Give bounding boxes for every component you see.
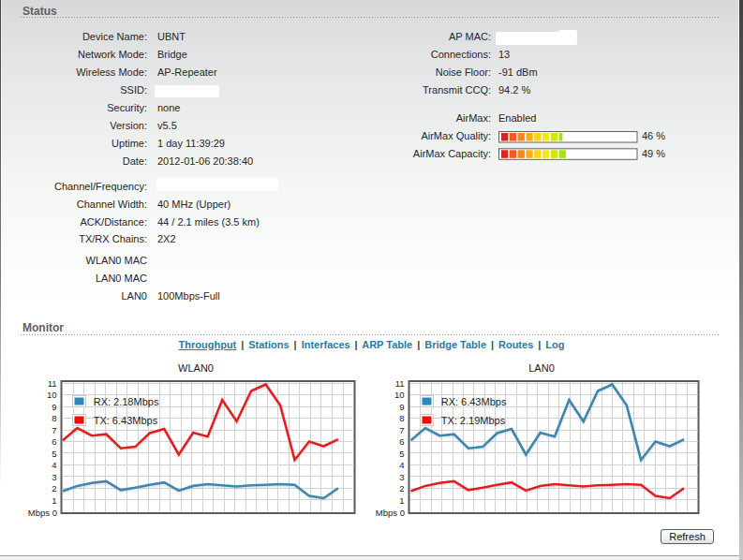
svg-text:TX: 6.43Mbps: TX: 6.43Mbps bbox=[94, 415, 158, 426]
svg-text:3: 3 bbox=[52, 472, 56, 482]
svg-text:2: 2 bbox=[52, 483, 56, 494]
svg-text:7: 7 bbox=[52, 425, 56, 435]
svg-text:WLAN0: WLAN0 bbox=[178, 362, 214, 374]
svg-text:7: 7 bbox=[399, 425, 404, 435]
svg-text:TX: 2.19Mbps: TX: 2.19Mbps bbox=[441, 415, 506, 426]
svg-text:10: 10 bbox=[47, 390, 57, 400]
svg-text:1: 1 bbox=[399, 495, 404, 506]
svg-text:11: 11 bbox=[395, 378, 405, 389]
svg-text:RX: 6.43Mbps: RX: 6.43Mbps bbox=[441, 396, 507, 407]
svg-text:5: 5 bbox=[399, 449, 404, 459]
svg-text:Mbps 0: Mbps 0 bbox=[28, 508, 57, 518]
svg-text:8: 8 bbox=[52, 413, 56, 423]
svg-text:RX: 2.18Mbps: RX: 2.18Mbps bbox=[94, 396, 159, 407]
svg-text:1: 1 bbox=[52, 495, 56, 506]
svg-text:3: 3 bbox=[399, 472, 404, 482]
svg-text:4: 4 bbox=[399, 460, 404, 470]
svg-text:2: 2 bbox=[399, 483, 404, 494]
svg-text:5: 5 bbox=[52, 449, 56, 459]
svg-text:Mbps 0: Mbps 0 bbox=[376, 508, 405, 518]
svg-text:11: 11 bbox=[48, 378, 57, 389]
svg-text:6: 6 bbox=[399, 436, 404, 447]
svg-text:8: 8 bbox=[399, 413, 404, 423]
svg-text:LAN0: LAN0 bbox=[528, 362, 555, 374]
svg-text:10: 10 bbox=[394, 390, 405, 400]
svg-text:9: 9 bbox=[52, 402, 56, 412]
svg-text:9: 9 bbox=[399, 402, 404, 412]
svg-text:6: 6 bbox=[52, 436, 56, 447]
svg-text:4: 4 bbox=[52, 460, 56, 470]
